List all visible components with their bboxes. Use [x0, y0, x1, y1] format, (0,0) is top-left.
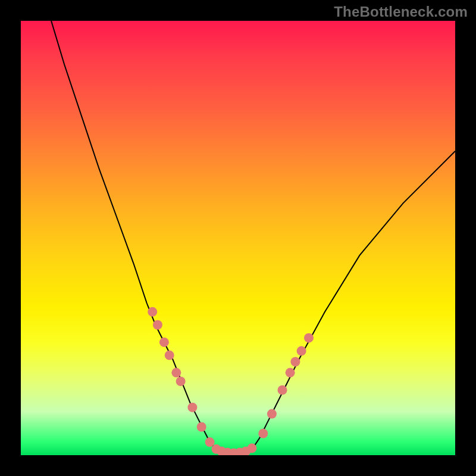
chart-frame: TheBottleneck.com: [0, 0, 476, 476]
marker-dot: [148, 307, 157, 317]
marker-dot: [258, 429, 268, 439]
marker-dot: [159, 337, 169, 347]
curve-left-branch: [51, 21, 216, 451]
marker-dot: [153, 320, 162, 330]
marker-dot: [205, 437, 215, 447]
curve-svg: [21, 21, 455, 455]
marker-dot: [171, 368, 181, 377]
marker-dot: [176, 377, 186, 386]
marker-dot: [286, 368, 295, 377]
marker-dot: [297, 346, 306, 356]
marker-dot: [165, 350, 174, 360]
marker-dot: [247, 443, 256, 453]
marker-dot: [197, 422, 206, 432]
marker-dot: [187, 403, 197, 412]
marker-dot: [278, 386, 287, 395]
marker-dot: [304, 333, 314, 343]
marker-dot: [290, 357, 300, 367]
watermark-text: TheBottleneck.com: [334, 4, 468, 20]
curve-right-branch: [251, 151, 455, 451]
plot-area: [21, 21, 455, 455]
marker-dot: [267, 409, 277, 419]
